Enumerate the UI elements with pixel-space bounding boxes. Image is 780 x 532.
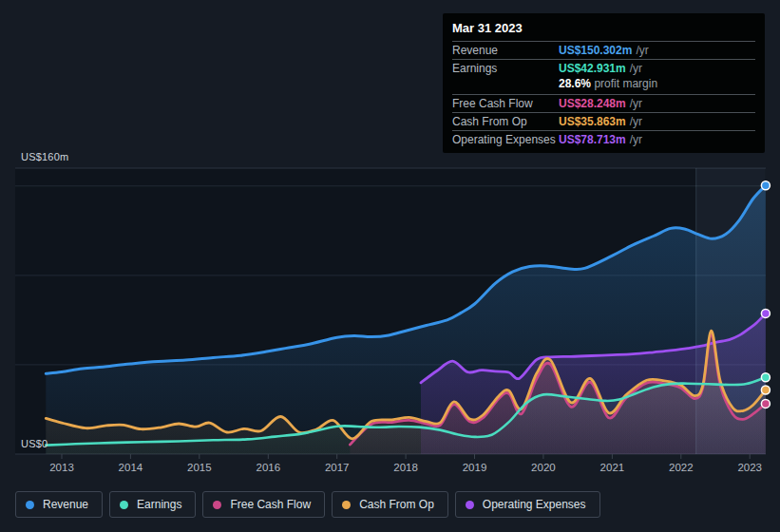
- earnings-value: US$42.931m: [559, 62, 626, 76]
- legend-item-revenue[interactable]: Revenue: [15, 491, 103, 518]
- endpoint-operating-expenses: [761, 309, 770, 317]
- legend-item-cash-from-op[interactable]: Cash From Op: [332, 491, 448, 518]
- tooltip-row-revenue: Revenue US$150.302m /yr: [452, 41, 755, 59]
- legend-item-earnings[interactable]: Earnings: [109, 491, 196, 518]
- x-tick-label: 2015: [187, 462, 212, 473]
- earnings-revenue-history-panel: 2013201420152016201720182019202020212022…: [0, 0, 780, 532]
- profit-margin-row: 28.6% profit margin: [452, 77, 755, 94]
- cashop-dot-icon: [342, 501, 351, 509]
- y-axis-max-label: US$160m: [21, 151, 68, 162]
- opex-dot-icon: [466, 501, 474, 509]
- x-tick-label: 2020: [531, 462, 556, 473]
- tooltip-row-fcf: Free Cash Flow US$28.248m /yr: [452, 94, 755, 112]
- tooltip-date: Mar 31 2023: [452, 13, 755, 41]
- x-tick-label: 2021: [600, 462, 625, 473]
- x-tick-label: 2013: [49, 462, 74, 473]
- x-tick-label: 2023: [737, 462, 762, 473]
- x-tick-label: 2016: [257, 462, 281, 473]
- chart-legend: Revenue Earnings Free Cash Flow Cash Fro…: [15, 491, 600, 518]
- revenue-value: US$150.302m: [559, 44, 632, 58]
- legend-item-free-cash-flow[interactable]: Free Cash Flow: [202, 491, 325, 518]
- fcf-value: US$28.248m: [559, 97, 626, 111]
- endpoint-revenue: [761, 181, 770, 190]
- endpoint-earnings: [761, 373, 770, 382]
- endpoint-cash-from-op: [761, 386, 770, 394]
- x-tick-label: 2018: [393, 462, 418, 473]
- tooltip-row-opex: Operating Expenses US$78.713m /yr: [452, 130, 755, 148]
- y-axis-min-label: US$0: [21, 438, 48, 449]
- revenue-dot-icon: [26, 501, 34, 509]
- chart-tooltip: Mar 31 2023 Revenue US$150.302m /yr Earn…: [443, 13, 765, 153]
- fcf-dot-icon: [213, 501, 221, 509]
- cashop-value: US$35.863m: [559, 115, 626, 129]
- legend-item-operating-expenses[interactable]: Operating Expenses: [455, 491, 600, 518]
- tooltip-row-earnings: Earnings US$42.931m /yr: [452, 59, 755, 77]
- endpoint-free-cash-flow: [761, 399, 770, 408]
- earnings-dot-icon: [120, 501, 128, 509]
- opex-value: US$78.713m: [559, 133, 626, 147]
- x-tick-label: 2022: [669, 462, 694, 473]
- tooltip-row-cashop: Cash From Op US$35.863m /yr: [452, 112, 755, 130]
- x-tick-label: 2017: [325, 462, 350, 473]
- x-tick-label: 2019: [463, 462, 487, 473]
- x-tick-label: 2014: [119, 462, 143, 473]
